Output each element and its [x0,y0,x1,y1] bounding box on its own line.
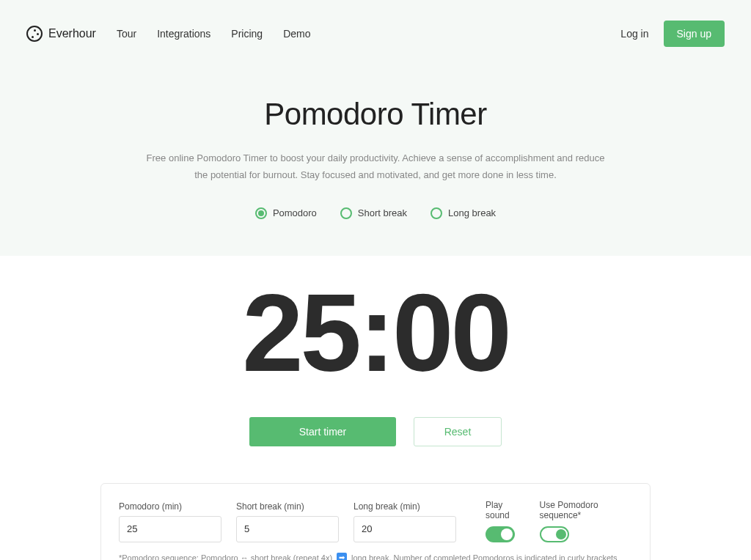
radio-icon [340,207,352,219]
page-subtitle: Free online Pomodoro Timer to boost your… [141,150,610,184]
mode-label: Short break [358,207,407,218]
brand-name: Everhour [48,27,96,40]
settings-panel: Pomodoro (min) Short break (min) Long br… [100,483,651,560]
login-link[interactable]: Log in [620,28,648,40]
nav-integrations[interactable]: Integrations [157,28,210,40]
long-break-duration-label: Long break (min) [353,501,456,512]
reset-button[interactable]: Reset [414,417,502,446]
pomodoro-duration-label: Pomodoro (min) [119,501,221,512]
page-title: Pomodoro Timer [0,97,751,132]
header: Everhour Tour Integrations Pricing Demo … [0,0,751,67]
brand-logo[interactable]: Everhour [26,26,96,42]
play-sound-label: Play sound [486,500,525,520]
start-timer-button[interactable]: Start timer [249,417,396,446]
radio-icon [255,207,267,219]
mode-pomodoro[interactable]: Pomodoro [255,207,317,219]
use-sequence-label: Use Pomodoro sequence* [540,500,632,520]
mode-label: Long break [448,207,496,218]
nav-demo[interactable]: Demo [283,28,310,40]
pomodoro-duration-input[interactable] [119,516,221,542]
use-sequence-toggle[interactable] [540,526,569,542]
mode-label: Pomodoro [273,207,317,218]
nav-pricing[interactable]: Pricing [231,28,263,40]
play-sound-toggle[interactable] [486,526,515,542]
short-break-duration-label: Short break (min) [236,501,339,512]
mode-long-break[interactable]: Long break [431,207,496,219]
signup-button[interactable]: Sign up [664,21,725,47]
mode-selector: Pomodoro Short break Long break [0,207,751,219]
radio-icon [431,207,442,219]
nav-tour[interactable]: Tour [117,28,136,40]
arrow-right-icon: ➡ [337,553,347,560]
everhour-icon [26,26,43,42]
mode-short-break[interactable]: Short break [340,207,407,219]
timer-display: 25:00 [0,278,751,388]
short-break-duration-input[interactable] [236,516,339,542]
long-break-duration-input[interactable] [353,516,456,542]
sequence-footnote: *Pomodoro sequence: Pomodoro ↔ short bre… [119,553,632,560]
